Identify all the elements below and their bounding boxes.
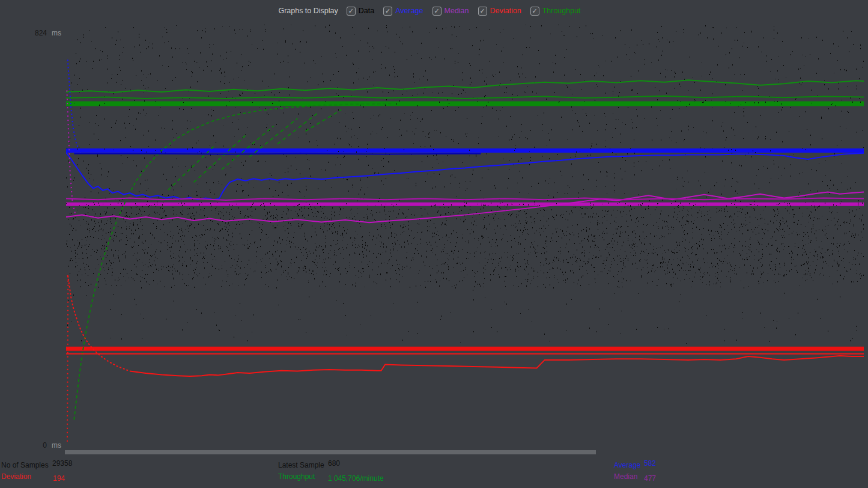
checkbox-deviation[interactable]: ✓ bbox=[478, 7, 487, 16]
checkbox-label-throughput: Throughput bbox=[542, 7, 581, 15]
check-icon: ✓ bbox=[479, 7, 485, 14]
y-axis-max-label: 824 ms bbox=[31, 29, 61, 37]
y-axis-min-value: 0 bbox=[31, 441, 47, 450]
graph-plot-canvas bbox=[66, 24, 865, 451]
checkbox-label-data: Data bbox=[359, 7, 374, 15]
checkbox-median[interactable]: ✓ bbox=[432, 7, 442, 16]
checkbox-throughput[interactable]: ✓ bbox=[530, 7, 539, 16]
throughput-value: 1 045,706/minute bbox=[328, 474, 384, 483]
checkbox-item-median[interactable]: ✓Median bbox=[432, 7, 469, 16]
graphs-to-display-label: Graphs to Display bbox=[278, 7, 338, 15]
median-value: 477 bbox=[644, 474, 656, 483]
latest-sample-value: 680 bbox=[328, 459, 340, 468]
throughput-label: Throughput bbox=[278, 472, 315, 481]
checkbox-item-average[interactable]: ✓Average bbox=[383, 7, 423, 16]
y-axis-unit: ms bbox=[52, 441, 61, 450]
no-of-samples-value: 29358 bbox=[52, 459, 72, 468]
checkbox-average[interactable]: ✓ bbox=[383, 7, 392, 16]
no-of-samples-label: No of Samples bbox=[1, 461, 49, 469]
average-value: 582 bbox=[644, 459, 656, 468]
checkbox-label-deviation: Deviation bbox=[490, 7, 521, 15]
checkbox-item-data[interactable]: ✓Data bbox=[347, 7, 374, 16]
checkbox-data[interactable]: ✓ bbox=[347, 7, 356, 16]
deviation-value: 194 bbox=[53, 474, 65, 483]
check-icon: ✓ bbox=[348, 7, 354, 14]
graph-type-checkboxes: ✓Data✓Average✓Median✓Deviation✓Throughpu… bbox=[347, 7, 590, 16]
y-axis-max-value: 824 bbox=[31, 29, 47, 37]
horizontal-scrollbar-thumb[interactable] bbox=[65, 450, 596, 454]
check-icon: ✓ bbox=[385, 7, 390, 14]
average-label: Average bbox=[614, 461, 640, 469]
y-axis-min-label: 0 ms bbox=[31, 441, 61, 450]
y-axis-unit: ms bbox=[52, 29, 61, 37]
check-icon: ✓ bbox=[532, 7, 538, 14]
checkbox-item-deviation[interactable]: ✓Deviation bbox=[478, 7, 521, 16]
median-label: Median bbox=[614, 472, 637, 481]
checkbox-item-throughput[interactable]: ✓Throughput bbox=[530, 7, 581, 16]
checkbox-label-median: Median bbox=[445, 7, 469, 15]
check-icon: ✓ bbox=[434, 7, 439, 14]
graphs-to-display-bar: Graphs to Display ✓Data✓Average✓Median✓D… bbox=[0, 0, 868, 22]
deviation-label: Deviation bbox=[1, 472, 31, 481]
checkbox-label-average: Average bbox=[395, 7, 423, 15]
latest-sample-label: Latest Sample bbox=[278, 461, 324, 469]
